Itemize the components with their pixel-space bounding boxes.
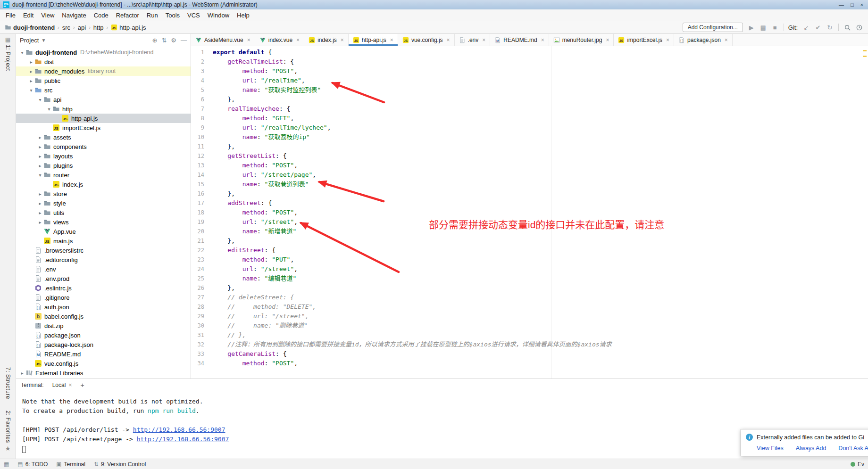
clock-icon[interactable] — [855, 24, 863, 31]
gear-icon[interactable]: ⚙ — [171, 37, 176, 44]
chevron-right-icon[interactable]: ▸ — [28, 59, 34, 65]
tree-item-package-lock-json[interactable]: { }package-lock.json — [16, 340, 191, 349]
chevron-down-icon[interactable]: ▾ — [19, 50, 25, 55]
add-configuration-button[interactable]: Add Configuration... — [683, 23, 743, 32]
tree-item-api[interactable]: ▾api — [16, 95, 191, 104]
breadcrumb-item[interactable]: JShttp-api.js — [111, 24, 146, 31]
chevron-right-icon[interactable]: ▸ — [37, 135, 43, 140]
tab-readme-md[interactable]: MREADME.md× — [490, 34, 549, 46]
menu-code[interactable]: Code — [90, 10, 112, 20]
scope-icon[interactable]: ⊕ — [152, 37, 158, 44]
tab-index-js[interactable]: JSindex.js× — [304, 34, 349, 46]
menu-file[interactable]: File — [2, 10, 19, 20]
tree-item-router[interactable]: ▾router — [16, 170, 191, 180]
new-terminal-button[interactable]: + — [80, 381, 84, 389]
terminal-tab-local[interactable]: Local × — [49, 381, 76, 389]
statusbar-6-todo[interactable]: ▤6: TODO — [17, 461, 48, 468]
tab-close-icon[interactable]: × — [482, 37, 485, 43]
tab-close-icon[interactable]: × — [606, 37, 609, 43]
menu-tools[interactable]: Tools — [162, 10, 184, 20]
tree-item-views[interactable]: ▸views — [16, 217, 191, 227]
error-stripe-mark[interactable] — [863, 50, 867, 51]
tool-window-switcher-icon[interactable]: ▦ — [4, 461, 9, 468]
menu-navigate[interactable]: Navigate — [58, 10, 90, 20]
tab-menurouter-jpg[interactable]: menuRouter.jpg× — [549, 34, 614, 46]
tool-strip-project-button[interactable]: ▦ 1: Project — [5, 36, 11, 71]
tree-item-dist-zip[interactable]: dist.zip — [16, 321, 191, 330]
chevron-right-icon[interactable]: ▸ — [37, 163, 43, 168]
tab-close-icon[interactable]: × — [666, 37, 669, 43]
chevron-right-icon[interactable]: ▸ — [37, 191, 43, 197]
chevron-right-icon[interactable]: ▸ — [37, 220, 43, 225]
git-update-icon[interactable]: ↙ — [802, 24, 810, 31]
window-close-button[interactable]: × — [860, 2, 863, 8]
tree-item-components[interactable]: ▸components — [16, 142, 191, 151]
window-maximize-button[interactable]: □ — [851, 2, 854, 8]
menu-refactor[interactable]: Refactor — [112, 10, 143, 20]
tree-item-index-js[interactable]: JSindex.js — [16, 180, 191, 189]
tree-item-importexcel-js[interactable]: JSimportExcel.js — [16, 123, 191, 132]
breadcrumb-item[interactable]: api — [78, 24, 86, 31]
chevron-down-icon[interactable]: ▾ — [28, 88, 34, 93]
tree-item-external-libraries[interactable]: ▸External Libraries — [16, 368, 191, 378]
sort-icon[interactable]: ⇅ — [161, 37, 167, 44]
run-icon[interactable]: ▶ — [747, 24, 756, 31]
tree-item-layouts[interactable]: ▸layouts — [16, 151, 191, 161]
tool-strip-structure-button[interactable]: 7: Structure — [5, 367, 11, 399]
notification-action-always-add[interactable]: Always Add — [796, 445, 826, 452]
tab-close-icon[interactable]: × — [247, 37, 250, 43]
tree-item-store[interactable]: ▸store — [16, 189, 191, 198]
profile-icon[interactable]: ▤ — [759, 24, 768, 31]
tree-item-utils[interactable]: ▸utils — [16, 208, 191, 217]
code-editor[interactable]: 1export default {2 getRealTimeList: {3 m… — [191, 46, 868, 378]
tree-item--env-prod[interactable]: .env.prod — [16, 274, 191, 283]
statusbar-9-version-control[interactable]: ⇅9: Version Control — [94, 461, 146, 468]
chevron-down-icon[interactable]: ▾ — [37, 97, 43, 102]
notification-action-view-files[interactable]: View Files — [757, 445, 784, 452]
chevron-right-icon[interactable]: ▸ — [37, 210, 43, 215]
tree-item--editorconfig[interactable]: .editorconfig — [16, 255, 191, 264]
chevron-down-icon[interactable]: ▾ — [37, 173, 43, 178]
stop-icon[interactable]: ■ — [771, 24, 779, 31]
tree-item-assets[interactable]: ▸assets — [16, 132, 191, 142]
tree-item--browserslistrc[interactable]: .browserslistrc — [16, 246, 191, 255]
tree-item-dist[interactable]: ▸dist — [16, 57, 191, 66]
git-commit-icon[interactable]: ✔ — [814, 24, 822, 31]
chevron-down-icon[interactable]: ▾ — [46, 107, 52, 112]
tree-item-app-vue[interactable]: App.vue — [16, 227, 191, 236]
tab-vue-config-js[interactable]: JSvue.config.js× — [398, 34, 455, 46]
breadcrumb-item[interactable]: duoji-frontend — [5, 24, 55, 31]
close-icon[interactable]: × — [68, 382, 72, 388]
tab-close-icon[interactable]: × — [296, 37, 300, 43]
tree-item-node-modules[interactable]: ▸node_moduleslibrary root — [16, 66, 191, 76]
tree-item-http-api-js[interactable]: JShttp-api.js — [16, 114, 191, 123]
tab-close-icon[interactable]: × — [447, 37, 450, 43]
tab-close-icon[interactable]: × — [725, 37, 728, 43]
terminal-link[interactable]: http://192.168.66.56:9007 — [137, 436, 229, 443]
window-minimize-button[interactable]: — — [839, 2, 844, 8]
chevron-down-icon[interactable]: ▼ — [41, 38, 46, 43]
tree-item--eslintrc-js[interactable]: .eslintrc.js — [16, 283, 191, 293]
breadcrumb-item[interactable]: src — [62, 24, 70, 31]
menu-help[interactable]: Help — [233, 10, 253, 20]
tool-strip-favorites-button[interactable]: 2: Favorites ★ — [5, 411, 11, 452]
tree-item--env[interactable]: .env — [16, 264, 191, 274]
menu-run[interactable]: Run — [143, 10, 162, 20]
tab-asidemenu-vue[interactable]: AsideMenu.vue× — [191, 34, 255, 46]
tree-item-package-json[interactable]: { }package.json — [16, 330, 191, 340]
chevron-right-icon[interactable]: ▸ — [28, 78, 34, 83]
tree-item-src[interactable]: ▾src — [16, 85, 191, 95]
menu-view[interactable]: View — [37, 10, 58, 20]
tree-item-duoji-frontend[interactable]: ▾duoji-frontendD:\zheheWeb\duoji-fronten… — [16, 48, 191, 57]
menu-vcs[interactable]: VCS — [184, 10, 204, 20]
terminal-link[interactable]: http://192.168.66.56:9007 — [133, 426, 225, 433]
tab-package-json[interactable]: { }package.json× — [674, 34, 733, 46]
tree-item-vue-config-js[interactable]: JSvue.config.js — [16, 359, 191, 368]
breadcrumb-item[interactable]: http — [93, 24, 104, 31]
tree-item-public[interactable]: ▸public — [16, 76, 191, 85]
tab-close-icon[interactable]: × — [390, 37, 393, 43]
hide-panel-icon[interactable]: — — [181, 37, 187, 44]
project-panel-title[interactable]: Project — [20, 37, 39, 44]
git-history-icon[interactable]: ↻ — [826, 24, 834, 31]
tab-index-vue[interactable]: index.vue× — [255, 34, 304, 46]
